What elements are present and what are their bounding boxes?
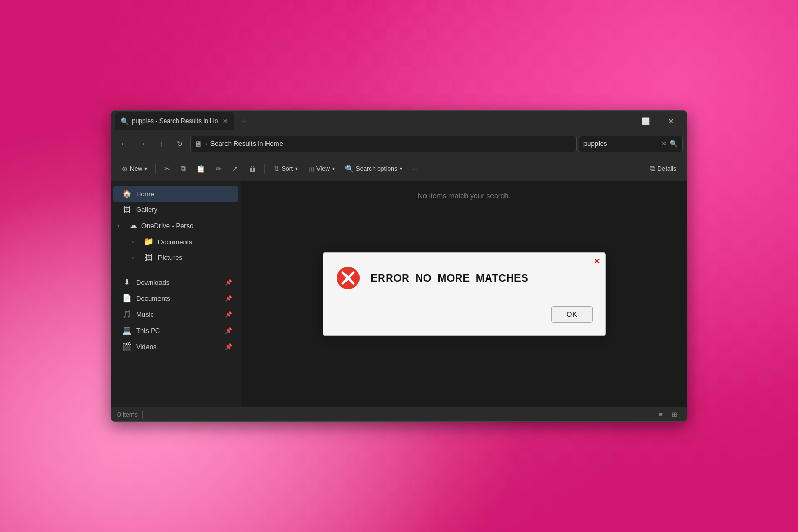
search-options-button[interactable]: 🔍 Search options ▾ [341,161,406,177]
tab-close-button[interactable]: ✕ [221,117,229,125]
refresh-button[interactable]: ↻ [171,136,188,152]
file-explorer-window: 🔍 puppies - Search Results in Ho ✕ + — ⬜… [111,110,687,422]
view-button[interactable]: ⊞ View ▾ [304,161,339,177]
status-separator: | [142,410,144,419]
search-options-icon: 🔍 [345,165,354,173]
back-button[interactable]: ← [115,136,132,152]
toolbar: ⊕ New ▾ ✂ ⧉ 📋 ✏ ↗ 🗑 ⇅ Sort ▾ ⊞ [111,156,687,181]
documents-chevron-icon: › [132,239,139,245]
search-bar[interactable]: puppies ✕ 🔍 [579,136,683,152]
nav-bar: ← → ↑ ↻ 🖥 › Search Results in Home puppi… [111,131,687,156]
new-label: New [130,165,142,172]
this-pc-pin-icon: 📌 [225,327,232,334]
copy-icon: ⧉ [181,164,186,173]
sidebar-pictures-label: Pictures [158,254,182,261]
window-controls: — ⬜ ✕ [609,113,683,129]
this-pc-icon: 💻 [122,326,132,335]
pictures-icon: 🖼 [143,253,154,262]
sidebar-item-documents[interactable]: › 📁 Documents [113,234,238,249]
view-chevron-icon: ▾ [332,166,335,171]
downloads-icon: ⬇ [122,277,132,287]
forward-button[interactable]: → [134,136,151,152]
error-message-text: ERROR_NO_MORE_MATCHES [371,272,529,284]
sidebar-item-documents2[interactable]: 📄 Documents 📌 [113,290,238,306]
details-button[interactable]: ⧉ Details [646,161,681,177]
documents-icon: 📁 [143,237,154,246]
toolbar-separator-1 [155,164,156,174]
more-button[interactable]: ··· [408,161,422,177]
sidebar-home-label: Home [136,190,154,198]
view-buttons: ≡ ⊞ [655,409,681,420]
music-pin-icon: 📌 [225,311,232,318]
dialog-close-button[interactable]: ✕ [594,257,600,265]
paste-icon: 📋 [196,165,205,173]
sidebar-item-onedrive[interactable]: ▾ ☁ OneDrive - Perso [113,218,238,233]
sidebar-item-music[interactable]: 🎵 Music 📌 [113,307,238,322]
address-bar[interactable]: 🖥 › Search Results in Home [190,136,577,152]
sort-chevron-icon: ▾ [295,166,298,171]
sort-icon: ⇅ [273,165,280,173]
more-icon: ··· [413,165,418,172]
grid-view-button[interactable]: ⊞ [668,409,681,420]
minimize-button[interactable]: — [609,113,633,129]
up-button[interactable]: ↑ [153,136,169,152]
rename-button[interactable]: ✏ [211,161,226,177]
share-button[interactable]: ↗ [228,161,243,177]
sort-label: Sort [282,165,293,172]
error-dialog: ✕ ERROR_NO_MORE_MATCHES OK [323,252,606,336]
cut-icon: ✂ [164,165,170,173]
active-tab[interactable]: 🔍 puppies - Search Results in Ho ✕ [115,112,234,130]
view-icon: ⊞ [308,165,314,173]
sidebar-downloads-label: Downloads [136,278,169,286]
list-view-button[interactable]: ≡ [655,409,667,420]
new-button[interactable]: ⊕ New ▾ [117,161,151,177]
search-options-label: Search options [356,165,397,172]
sidebar-gap [111,265,241,274]
delete-button[interactable]: 🗑 [245,161,260,177]
title-bar: 🔍 puppies - Search Results in Ho ✕ + — ⬜… [111,111,687,131]
sort-button[interactable]: ⇅ Sort ▾ [269,161,302,177]
sidebar-item-gallery[interactable]: 🖼 Gallery [113,202,238,217]
address-text: Search Results in Home [210,140,572,148]
content-area: No items match your search. ✕ ERROR_NO_M… [241,181,687,407]
pictures-chevron-icon: › [132,255,139,260]
sidebar-videos-label: Videos [136,343,157,351]
documents2-icon: 📄 [122,294,132,303]
search-go-button[interactable]: 🔍 [670,140,678,148]
documents2-pin-icon: 📌 [225,295,232,302]
dialog-footer: OK [336,306,593,323]
main-area: 🏠 Home 🖼 Gallery ▾ ☁ OneDrive - Perso › … [111,181,687,407]
toolbar-separator-2 [264,164,265,174]
address-chevron-icon: › [205,141,207,147]
maximize-button[interactable]: ⬜ [634,113,658,129]
copy-button[interactable]: ⧉ [177,161,190,177]
cut-button[interactable]: ✂ [160,161,175,177]
ok-button[interactable]: OK [551,306,593,323]
onedrive-icon: ☁ [128,221,138,230]
sidebar-item-this-pc[interactable]: 💻 This PC 📌 [113,323,238,338]
sidebar-item-downloads[interactable]: ⬇ Downloads 📌 [113,274,238,290]
music-icon: 🎵 [122,310,132,319]
search-clear-button[interactable]: ✕ [661,140,667,148]
search-options-chevron-icon: ▾ [400,166,402,171]
sidebar-music-label: Music [136,311,154,318]
sidebar-item-home[interactable]: 🏠 Home [113,186,238,202]
status-bar: 0 items | ≡ ⊞ [111,407,687,421]
onedrive-chevron-icon: ▾ [117,223,125,229]
sidebar-documents-label: Documents [158,238,192,246]
rename-icon: ✏ [216,165,222,173]
details-icon: ⧉ [650,164,655,173]
delete-icon: 🗑 [249,165,256,173]
new-plus-icon: ⊕ [122,165,128,173]
downloads-pin-icon: 📌 [225,279,232,286]
home-icon: 🏠 [122,189,132,198]
paste-button[interactable]: 📋 [192,161,209,177]
error-icon [336,265,361,290]
tab-title: puppies - Search Results in Ho [132,117,218,125]
new-tab-button[interactable]: + [236,114,251,128]
sidebar-this-pc-label: This PC [136,327,160,335]
sidebar-item-videos[interactable]: 🎬 Videos 📌 [113,339,238,354]
dialog-body: ERROR_NO_MORE_MATCHES [336,265,593,290]
close-button[interactable]: ✕ [659,113,683,129]
sidebar-item-pictures[interactable]: › 🖼 Pictures [113,250,238,265]
